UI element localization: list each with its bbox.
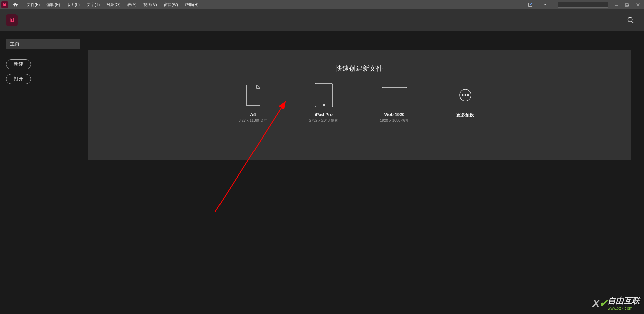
- panel-title: 快速创建新文件: [98, 64, 620, 73]
- preset-name: iPad Pro: [315, 112, 333, 117]
- app-logo: Id: [6, 14, 18, 26]
- preset-a4[interactable]: A4 8.27 x 11.69 英寸: [230, 83, 277, 123]
- menu-table[interactable]: 表(A): [124, 0, 140, 9]
- menubar-search-input[interactable]: [558, 2, 608, 8]
- menu-divider: [538, 2, 538, 8]
- preset-more[interactable]: 更多预设: [442, 83, 489, 123]
- preset-ipad-pro[interactable]: iPad Pro 2732 x 2048 像素: [300, 83, 347, 123]
- menu-edit[interactable]: 编辑(E): [43, 0, 63, 9]
- menu-file[interactable]: 文件(F): [23, 0, 43, 9]
- preset-name: Web 1920: [384, 112, 405, 117]
- menu-divider: [553, 2, 553, 8]
- close-icon[interactable]: [633, 1, 643, 8]
- presets-row: A4 8.27 x 11.69 英寸 iPad Pro 2732 x 2048 …: [98, 83, 620, 123]
- preset-desc: 2732 x 2048 像素: [309, 118, 338, 123]
- preset-name: A4: [250, 112, 256, 117]
- svg-point-13: [462, 94, 463, 96]
- main-area: 主页 新建 打开 快速创建新文件 A4 8.27 x 11.69 英寸: [0, 31, 644, 314]
- svg-point-9: [323, 104, 325, 106]
- browser-window-icon: [381, 83, 408, 107]
- tab-home[interactable]: 主页: [6, 39, 80, 49]
- page-icon: [245, 83, 261, 107]
- minimize-icon[interactable]: [612, 1, 621, 8]
- menu-window[interactable]: 窗口(W): [160, 0, 181, 9]
- preset-name: 更多预设: [456, 112, 474, 118]
- svg-line-7: [632, 21, 634, 23]
- quick-create-panel: 快速创建新文件 A4 8.27 x 11.69 英寸: [88, 50, 631, 160]
- more-icon: [459, 83, 472, 107]
- open-button[interactable]: 打开: [6, 74, 31, 84]
- menu-view[interactable]: 视图(V): [140, 0, 160, 9]
- app-icon-small: Id: [1, 1, 8, 8]
- preset-desc: 8.27 x 11.69 英寸: [239, 118, 268, 123]
- search-icon[interactable]: [624, 13, 637, 27]
- menu-bar: Id 文件(F) 编辑(E) 版面(L) 文字(T) 对象(O) 表(A) 视图…: [0, 0, 644, 9]
- svg-point-6: [628, 17, 632, 22]
- preset-desc: 1920 x 1080 像素: [380, 118, 409, 123]
- workspace-dropdown-icon[interactable]: [541, 0, 550, 9]
- app-header: Id: [0, 9, 644, 31]
- share-icon[interactable]: [526, 0, 535, 9]
- svg-rect-3: [626, 3, 629, 6]
- menu-divider: [22, 2, 22, 8]
- menu-object[interactable]: 对象(O): [103, 0, 124, 9]
- menu-text[interactable]: 文字(T): [83, 0, 103, 9]
- tablet-icon: [314, 83, 333, 107]
- new-button[interactable]: 新建: [6, 59, 31, 69]
- preset-web-1920[interactable]: Web 1920 1920 x 1080 像素: [371, 83, 418, 123]
- menu-layout[interactable]: 版面(L): [63, 0, 83, 9]
- maximize-restore-icon[interactable]: [622, 1, 632, 8]
- menu-help[interactable]: 帮助(H): [181, 0, 202, 9]
- svg-rect-10: [382, 87, 407, 103]
- svg-rect-8: [315, 83, 333, 107]
- svg-rect-2: [625, 4, 628, 6]
- svg-point-15: [467, 94, 469, 96]
- svg-point-14: [465, 94, 466, 96]
- content-area: 快速创建新文件 A4 8.27 x 11.69 英寸: [88, 31, 644, 314]
- home-icon[interactable]: [11, 0, 20, 9]
- sidebar: 主页 新建 打开: [0, 31, 88, 314]
